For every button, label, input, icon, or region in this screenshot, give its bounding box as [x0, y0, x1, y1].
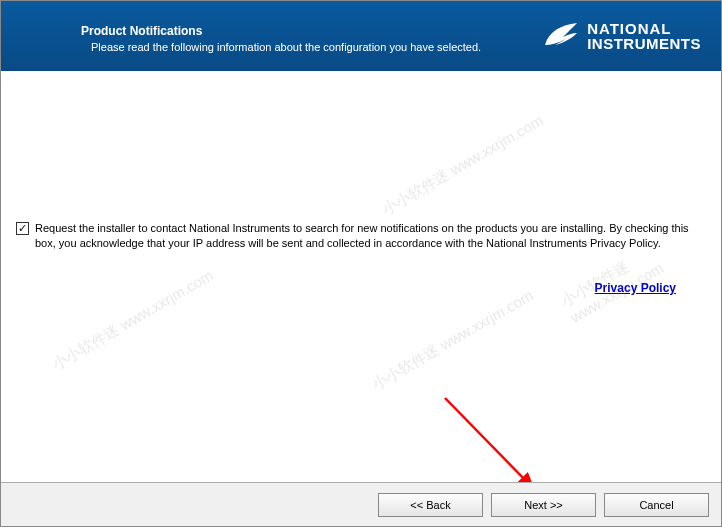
notification-checkbox[interactable]: ✓: [16, 222, 29, 235]
privacy-policy-link[interactable]: Privacy Policy: [595, 281, 676, 295]
cancel-button[interactable]: Cancel: [604, 493, 709, 517]
back-button[interactable]: << Back: [378, 493, 483, 517]
notification-checkbox-row: ✓ Request the installer to contact Natio…: [16, 221, 706, 251]
privacy-link-row: Privacy Policy: [16, 281, 706, 295]
notification-checkbox-label: Request the installer to contact Nationa…: [35, 221, 706, 251]
brand-logo: NATIONAL INSTRUMENTS: [543, 21, 701, 51]
watermark: 小小软件迷 www.xxrjm.com: [369, 286, 537, 394]
checkmark-icon: ✓: [18, 223, 27, 234]
content-area: ✓ Request the installer to contact Natio…: [1, 71, 721, 295]
page-subtitle: Please read the following information ab…: [81, 40, 481, 54]
dialog-footer: << Back Next >> Cancel: [1, 482, 721, 526]
brand-line1: NATIONAL: [587, 21, 701, 36]
next-button[interactable]: Next >>: [491, 493, 596, 517]
brand-text: NATIONAL INSTRUMENTS: [587, 21, 701, 51]
dialog-header: Product Notifications Please read the fo…: [1, 1, 721, 71]
header-text-block: Product Notifications Please read the fo…: [81, 18, 481, 54]
page-title: Product Notifications: [81, 24, 481, 38]
svg-line-1: [445, 398, 533, 488]
brand-line2: INSTRUMENTS: [587, 36, 701, 51]
ni-eagle-icon: [543, 21, 579, 51]
